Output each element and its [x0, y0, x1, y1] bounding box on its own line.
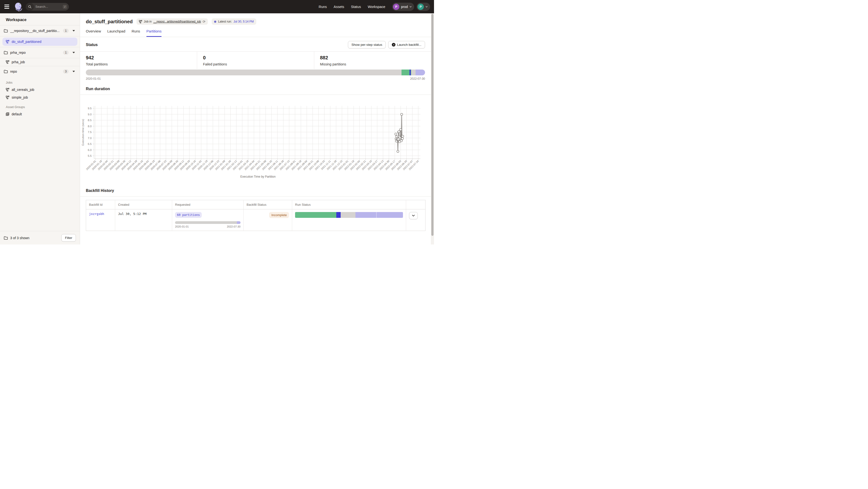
sidebar-item-prha-repo[interactable]: prha_repo1 [0, 47, 80, 58]
stat-failed-partitions: 0Failed partitions [197, 52, 314, 69]
sidebar-title: Workspace [0, 13, 80, 25]
nav-link-assets[interactable]: Assets [334, 5, 344, 9]
launch-backfill-button[interactable]: + Launch backfill... [388, 41, 425, 48]
search-box[interactable]: / [26, 3, 69, 11]
vertical-scrollbar[interactable] [431, 13, 434, 244]
sidebar-item-repo[interactable]: repo3 [0, 66, 80, 77]
chevron-down-icon[interactable] [72, 30, 75, 32]
repo-count-label: 3 of 3 shown [10, 236, 29, 240]
job-icon [6, 40, 9, 43]
run-status-segment [295, 212, 336, 218]
chevron-down-icon[interactable] [72, 71, 75, 72]
menu-icon[interactable] [2, 2, 11, 11]
search-shortcut-key: / [63, 5, 67, 9]
sidebar-item-label: all_cereals_job [12, 88, 76, 92]
chevron-down-icon [409, 6, 412, 7]
svg-text:8.0: 8.0 [88, 125, 92, 128]
svg-text:Execution Time by Partition: Execution Time by Partition [240, 175, 275, 178]
run-status-segment [341, 212, 355, 218]
tab-launchpad[interactable]: Launchpad [107, 29, 125, 37]
svg-text:7.5: 7.5 [88, 131, 92, 133]
requested-range-end: 2022-07-30 [227, 225, 241, 228]
sidebar-footer: 3 of 3 shown Filter [0, 231, 80, 244]
job-count-badge: 1 [63, 51, 69, 55]
sidebar-item-prha-job[interactable]: prha_job [0, 58, 80, 66]
column-header-run-status: Run Status [292, 200, 406, 209]
filter-button[interactable]: Filter [61, 234, 76, 241]
job-origin-link[interactable]: __reposi...artitioned@partitioned_job [153, 20, 201, 23]
svg-text:7.0: 7.0 [88, 137, 92, 139]
tab-overview[interactable]: Overview [86, 29, 101, 37]
sidebar-item-all-cereals-job[interactable]: all_cereals_job [0, 86, 80, 94]
sidebar-section-jobs: Jobs [0, 77, 80, 86]
nav-link-workspace[interactable]: Workspace [368, 5, 385, 9]
nav-link-status[interactable]: Status [351, 5, 361, 9]
sidebar-item-simple-job[interactable]: simple_job [0, 94, 80, 101]
chevron-down-icon[interactable] [72, 52, 75, 53]
nav-links: RunsAssetsStatusWorkspace [318, 5, 385, 9]
dagster-logo-icon[interactable] [13, 2, 23, 12]
svg-text:9.5: 9.5 [88, 107, 92, 110]
svg-text:6.0: 6.0 [88, 149, 92, 152]
partition-status-bar[interactable] [86, 70, 425, 75]
nav-link-runs[interactable]: Runs [318, 5, 327, 9]
column-header-requested: Requested [172, 200, 244, 209]
partition-range-start: 2020-01-01 [86, 77, 101, 80]
search-input[interactable] [34, 5, 63, 8]
svg-text:8.5: 8.5 [88, 119, 92, 122]
sidebar-item-default[interactable]: default [0, 110, 80, 118]
run-status-bar[interactable] [295, 212, 403, 218]
partition-bar-segment [402, 70, 409, 75]
requested-range-start: 2020-01-01 [175, 225, 189, 228]
folder-icon [4, 51, 8, 54]
expand-row-button[interactable] [409, 212, 418, 219]
run-duration-chart: 5.56.06.57.07.58.08.59.09.52020-01-01202… [80, 99, 424, 180]
workspace-sidebar: Workspace __repository__do_stuff_partiti… [0, 13, 80, 244]
sidebar-item-do-stuff-partitioned[interactable]: do_stuff_partitioned [2, 38, 78, 46]
user-avatar: P [417, 4, 424, 10]
partition-bar-segment [411, 70, 415, 75]
partition-bar-segment [86, 70, 402, 75]
backfill-created: Jul 30, 5:12 PM [115, 209, 172, 231]
run-status-segment [336, 212, 341, 218]
stat-label: Total partitions [86, 62, 191, 66]
deployment-avatar: P [393, 4, 399, 10]
plus-circle-icon: + [392, 43, 396, 46]
column-header-actions [406, 200, 426, 209]
run-status-dot [214, 21, 216, 23]
search-icon [26, 3, 34, 11]
stat-value: 942 [86, 55, 191, 61]
latest-run-link[interactable]: Jul 30, 5:14 PM [234, 20, 254, 23]
table-row: jozrgsbh Jul 30, 5:12 PM 60 partitions 2… [86, 209, 426, 231]
divider [0, 36, 80, 36]
reload-icon[interactable]: ⟳ [203, 20, 206, 24]
show-per-step-status-button[interactable]: Show per-step status [348, 41, 386, 48]
sidebar-item-label: prha_repo [10, 51, 61, 55]
requested-partitions-badge[interactable]: 60 partitions [175, 212, 202, 218]
job-count-badge: 3 [63, 69, 69, 74]
latest-run-pill: Latest run: Jul 30, 5:14 PM [212, 19, 256, 25]
latest-run-label: Latest run: [218, 20, 232, 23]
stat-total-partitions: 942Total partitions [80, 52, 197, 69]
job-origin-pill: Job in __reposi...artitioned@partitioned… [136, 19, 208, 25]
sidebar-item--repository-do-stuff-partitio-[interactable]: __repository__do_stuff_partitio...1 [0, 26, 80, 36]
tab-partitions[interactable]: Partitions [147, 29, 162, 37]
column-header-backfill-id: Backfill Id [86, 200, 115, 209]
deployment-switcher[interactable]: P prod [392, 3, 414, 11]
chevron-down-icon [412, 215, 415, 217]
tab-runs[interactable]: Runs [132, 29, 140, 37]
stat-label: Failed partitions [203, 62, 308, 66]
user-menu[interactable]: P [416, 3, 430, 11]
folder-icon [4, 29, 8, 32]
svg-text:Execution time (secs): Execution time (secs) [82, 119, 84, 145]
backfill-id-link[interactable]: jozrgsbh [89, 212, 104, 216]
sidebar-item-label: simple_job [12, 95, 76, 99]
job-origin-prefix: Job in [144, 20, 152, 23]
backfill-status-badge: Incomplete [269, 212, 289, 218]
partition-bar-segment [415, 70, 425, 75]
job-icon [6, 88, 9, 91]
run-duration-heading: Run duration [80, 80, 431, 95]
stat-missing-partitions: 882Missing partitions [314, 52, 431, 69]
svg-text:5.5: 5.5 [88, 154, 92, 157]
stat-value: 882 [320, 55, 425, 61]
